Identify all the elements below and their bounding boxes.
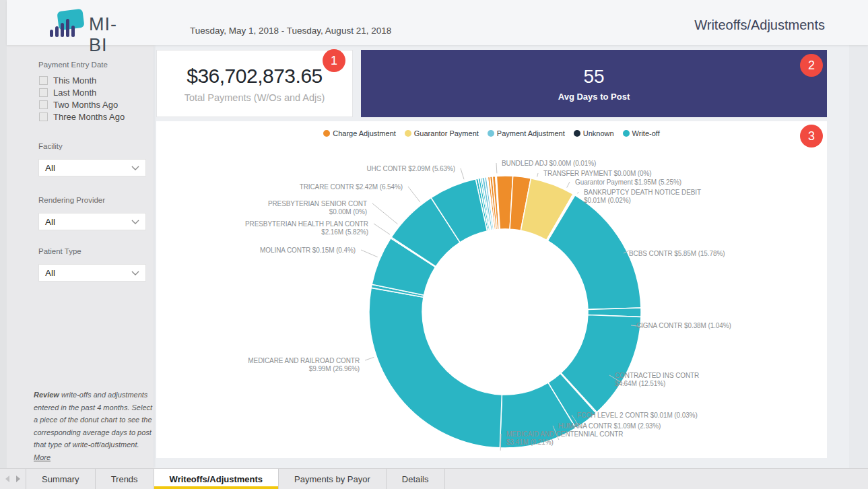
label-leader-line xyxy=(461,168,464,179)
total-payments-value: $36,702,873.65 xyxy=(187,65,323,88)
total-payments-caption: Total Payments (W/Os and Adjs) xyxy=(185,92,325,103)
app-header: MI-BI Tuesday, May 1, 2018 - Tuesday, Au… xyxy=(7,0,868,45)
checkbox-unchecked[interactable] xyxy=(39,112,48,121)
facility-select[interactable]: All xyxy=(38,159,146,176)
report-canvas: $36,702,873.65 Total Payments (W/Os and … xyxy=(154,45,868,468)
note-lead: Review xyxy=(34,391,59,399)
patient-type-value: All xyxy=(45,268,55,278)
payment-entry-option: Last Month xyxy=(39,87,125,98)
payment-entry-option: This Month xyxy=(39,75,125,86)
annotation-badge-1: 1 xyxy=(323,49,345,72)
donut-label: PRESBYTERIAN HEALTH PLAN CONTR$2.16M (5.… xyxy=(245,220,368,236)
right-gutter xyxy=(849,45,868,468)
avg-days-value: 55 xyxy=(583,66,604,88)
donut-label: CONTRACTED INS CONTR$4.64M (12.51%) xyxy=(615,372,699,387)
label-leader-line xyxy=(537,173,538,177)
donut-chart-card: Charge AdjustmentGuarantor PaymentPaymen… xyxy=(156,121,827,458)
donut-label: TRICARE CONTR $2.42M (6.54%) xyxy=(300,183,403,191)
label-leader-line xyxy=(361,250,378,257)
label-leader-line xyxy=(567,182,570,188)
tab-list: SummaryTrendsWriteoffs/AdjustmentsPaymen… xyxy=(26,469,445,489)
donut-label: Guarantor Payment $1.95M (5.25%) xyxy=(575,178,681,186)
avg-days-caption: Avg Days to Post xyxy=(558,92,630,102)
more-link[interactable]: More xyxy=(34,453,51,461)
prev-tab-arrow-icon[interactable] xyxy=(5,476,9,482)
sidebar-note: Review write-offs and adjustments entere… xyxy=(34,389,154,463)
checkbox-label: Last Month xyxy=(53,88,96,98)
page-title: Writeoffs/Adjustments xyxy=(694,18,825,33)
note-body: write-offs and adjustments entered in th… xyxy=(34,391,152,449)
label-leader-line xyxy=(496,163,497,173)
donut-label: MEDICARE AND RAILROAD CONTR$9.99M (26.96… xyxy=(248,357,360,372)
label-leader-line xyxy=(365,357,374,360)
left-gutter xyxy=(0,0,7,468)
donut-label: MOLINA CONTR $0.15M (0.4%) xyxy=(260,247,356,254)
annotation-badge-3: 3 xyxy=(800,125,823,148)
donut-label: MEDICAID AND CENTENNIAL CONTR$3.41M (9.2… xyxy=(506,430,623,446)
patient-type-select[interactable]: All xyxy=(38,264,146,282)
donut-label: FCCH LEVEL 2 CONTR $0.01M (0.03%) xyxy=(577,412,698,419)
logo-text: MI-BI xyxy=(89,14,131,56)
tab-payments-by-payor[interactable]: Payments by Payor xyxy=(279,469,387,489)
label-leader-line xyxy=(372,203,397,224)
label-leader-line xyxy=(578,192,578,193)
checkbox-label: Two Months Ago xyxy=(53,100,118,110)
chevron-down-icon xyxy=(131,166,139,170)
rendering-provider-value: All xyxy=(45,217,55,227)
tab-writeoffs-adjustments[interactable]: Writeoffs/Adjustments xyxy=(154,469,279,489)
label-leader-line xyxy=(408,187,420,202)
donut-chart: BUNDLED ADJ $0.00M (0.01%)TRANSFER PAYME… xyxy=(156,121,827,458)
donut-label: BCBS CONTR $5.85M (15.78%) xyxy=(629,250,725,257)
annotation-badge-2: 2 xyxy=(800,54,823,77)
donut-label: TRANSFER PAYMENT $0.00M (0%) xyxy=(543,170,652,177)
donut-label: UHC CONTR $2.09M (5.63%) xyxy=(366,165,455,172)
checkbox-label: Three Months Ago xyxy=(53,112,125,122)
checkbox-unchecked[interactable] xyxy=(39,100,48,109)
rendering-provider-select[interactable]: All xyxy=(38,213,146,230)
checkbox-label: This Month xyxy=(53,75,96,86)
date-range: Tuesday, May 1, 2018 - Tuesday, August 2… xyxy=(190,26,391,36)
donut-label: BUNDLED ADJ $0.00M (0.01%) xyxy=(502,160,596,167)
donut-label: BANKRUPTCY DEATH NOTICE DEBIT$0.01M (0.0… xyxy=(584,189,701,204)
tab-summary[interactable]: Summary xyxy=(26,469,96,489)
donut-label: PRESBYTERIAN SENIOR CONT$0.00M (0%) xyxy=(268,200,367,216)
filter-sidebar: Payment Entry Date This MonthLast MonthT… xyxy=(7,45,154,468)
checkbox-unchecked[interactable] xyxy=(39,88,48,97)
patient-type-label: Patient Type xyxy=(38,247,81,255)
tab-nav-arrows xyxy=(0,469,26,489)
next-tab-arrow-icon[interactable] xyxy=(16,476,20,482)
payment-entry-option: Three Months Ago xyxy=(39,111,125,123)
checkbox-unchecked[interactable] xyxy=(39,76,48,85)
tab-trends[interactable]: Trends xyxy=(96,469,154,489)
facility-label: Facility xyxy=(38,142,63,150)
facility-value: All xyxy=(45,163,55,173)
label-leader-line xyxy=(374,224,390,234)
chevron-down-icon xyxy=(131,220,139,224)
bar-chart-icon xyxy=(50,19,75,37)
donut-label: CIGNA CONTR $0.38M (1.04%) xyxy=(636,322,731,329)
app-logo: MI-BI xyxy=(50,9,131,38)
rendering-provider-label: Rendering Provider xyxy=(38,196,105,204)
payment-entry-date-label: Payment Entry Date xyxy=(38,61,108,69)
avg-days-card: 55 Avg Days to Post xyxy=(361,50,827,117)
report-tab-bar: SummaryTrendsWriteoffs/AdjustmentsPaymen… xyxy=(0,468,868,489)
donut-label: HUMANA CONTR $1.09M (2.93%) xyxy=(558,422,661,430)
donut-slice-medicare-and-railroad-contr[interactable] xyxy=(369,288,502,448)
chevron-down-icon xyxy=(131,271,139,275)
payment-entry-option: Two Months Ago xyxy=(39,99,125,110)
logo-icon xyxy=(50,9,85,38)
payment-entry-date-options: This MonthLast MonthTwo Months AgoThree … xyxy=(39,75,125,123)
tab-details[interactable]: Details xyxy=(387,469,445,489)
